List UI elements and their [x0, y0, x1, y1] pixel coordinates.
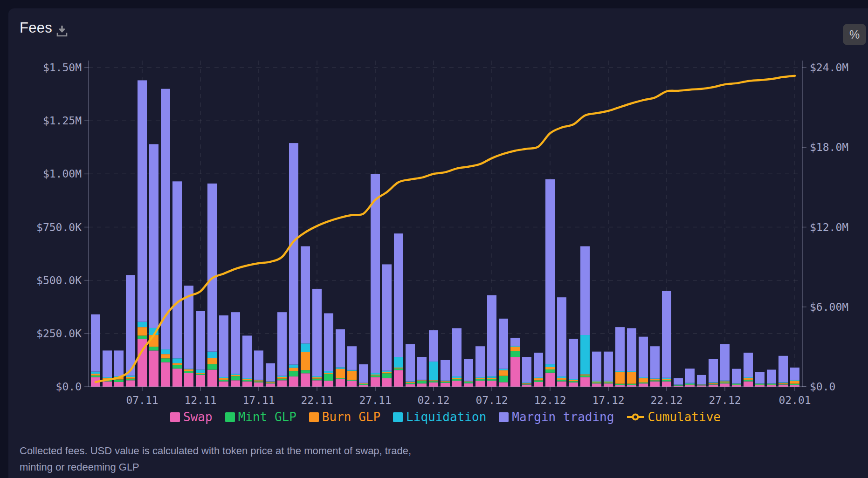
fees-chart-canvas[interactable]: $1.50M$1.25M$1.00M$750.0K$500.0K$250.0K$…: [0, 0, 868, 478]
bar-segment-burn-glp: [347, 371, 357, 380]
bar-segment-burn-glp: [196, 373, 205, 374]
bar-segment-margin-trading: [231, 312, 240, 374]
legend-item-liquidation[interactable]: Liquidation: [393, 410, 486, 424]
y-axis-label-left: $1.25M: [43, 115, 82, 127]
bar-segment-burn-glp: [720, 382, 730, 382]
legend-swatch-swap: [170, 412, 180, 422]
bar-segment-burn-glp: [91, 374, 100, 376]
bar-segment-burn-glp: [580, 375, 590, 376]
bar-segment-burn-glp: [744, 378, 753, 380]
y-axis-label-right: $18.0M: [810, 141, 848, 153]
bar-stack: [592, 352, 601, 387]
bar-segment-burn-glp: [487, 378, 496, 379]
bar-stack: [406, 344, 415, 387]
bar-segment-margin-trading: [464, 359, 473, 381]
bar-segment-mint-glp: [254, 382, 263, 382]
bar-stack: [289, 143, 298, 387]
bar-segment-liquidation: [126, 376, 135, 377]
bar-segment-mint-glp: [697, 385, 706, 385]
bar-segment-swap: [592, 383, 601, 387]
bar-segment-margin-trading: [639, 337, 648, 377]
bar-stack: [347, 346, 357, 387]
bar-stack: [720, 344, 730, 387]
bar-segment-mint-glp: [790, 384, 799, 385]
bar-segment-burn-glp: [394, 368, 403, 369]
bar-stack: [475, 346, 485, 387]
bar-segment-swap: [417, 383, 427, 387]
bar-segment-burn-glp: [569, 380, 578, 381]
x-axis-label: 27.11: [359, 394, 391, 406]
bar-segment-liquidation: [394, 357, 403, 368]
bar-stack: [138, 80, 147, 387]
bar-segment-mint-glp: [441, 382, 450, 382]
bar-segment-liquidation: [417, 380, 427, 380]
bar-segment-burn-glp: [499, 370, 508, 376]
bar-stack: [755, 372, 765, 387]
bar-stack: [790, 368, 799, 387]
bar-stack: [464, 359, 473, 387]
bar-segment-liquidation: [289, 365, 298, 368]
bar-segment-margin-trading: [347, 346, 357, 370]
bar-segment-burn-glp: [545, 367, 555, 369]
bar-segment-burn-glp: [277, 377, 287, 379]
bar-segment-liquidation: [709, 382, 718, 382]
bar-stack: [545, 179, 555, 387]
bar-segment-swap: [172, 369, 182, 387]
bar-segment-swap: [312, 380, 322, 387]
bar-segment-swap: [207, 369, 217, 387]
bar-segment-burn-glp: [452, 378, 462, 379]
bar-stack: [627, 328, 636, 387]
bar-segment-burn-glp: [615, 372, 625, 383]
bar-segment-burn-glp: [161, 354, 170, 358]
bar-segment-liquidation: [732, 383, 741, 384]
bar-segment-liquidation: [103, 377, 112, 378]
bar-segment-margin-trading: [266, 363, 275, 382]
bar-segment-swap: [219, 382, 228, 387]
bar-stack: [219, 315, 228, 387]
bar-segment-margin-trading: [114, 350, 124, 376]
legend-item-cumulative[interactable]: Cumulative: [627, 410, 721, 424]
bar-segment-liquidation: [277, 376, 287, 377]
bar-segment-margin-trading: [219, 315, 228, 377]
bar-segment-burn-glp: [627, 372, 636, 383]
bar-segment-liquidation: [720, 381, 730, 382]
bar-stack: [778, 356, 788, 387]
bar-segment-swap: [324, 381, 333, 387]
bar-segment-mint-glp: [242, 380, 252, 382]
bar-segment-burn-glp: [382, 372, 392, 373]
bar-segment-swap: [604, 383, 613, 387]
legend-item-margin-trading[interactable]: Margin trading: [499, 410, 614, 424]
bar-segment-margin-trading: [91, 314, 100, 372]
bar-segment-swap: [336, 379, 345, 387]
bar-segment-mint-glp: [219, 380, 228, 382]
bar-segment-burn-glp: [441, 381, 450, 382]
legend-item-burn-glp[interactable]: Burn GLP: [309, 410, 380, 424]
bar-segment-swap: [347, 381, 357, 387]
bar-segment-burn-glp: [732, 384, 741, 384]
bar-segment-liquidation: [790, 380, 799, 381]
bar-segment-margin-trading: [312, 289, 322, 376]
bar-stack: [744, 353, 753, 387]
bar-segment-liquidation: [627, 371, 636, 372]
bar-segment-margin-trading: [382, 264, 392, 370]
legend-swatch-burn-glp: [309, 412, 319, 422]
bar-segment-liquidation: [312, 376, 322, 377]
bar-segment-swap: [103, 382, 112, 387]
bar-stack: [557, 297, 566, 387]
bar-segment-swap: [545, 373, 555, 387]
bar-segment-burn-glp: [172, 363, 182, 365]
bar-segment-liquidation: [685, 383, 695, 384]
y-axis-label-left: $1.00M: [43, 168, 82, 180]
bar-segment-margin-trading: [650, 346, 660, 378]
y-axis-label-right: $12.0M: [810, 221, 848, 233]
bar-stack: [336, 329, 345, 387]
legend-item-swap[interactable]: Swap: [170, 410, 213, 424]
bar-segment-burn-glp: [674, 385, 683, 385]
x-axis-label: 27.12: [709, 394, 741, 406]
legend-swatch-margin-trading: [499, 412, 509, 422]
bar-segment-mint-glp: [522, 384, 531, 385]
bar-segment-liquidation: [534, 377, 543, 378]
bar-segment-swap: [441, 383, 450, 387]
legend-item-mint-glp[interactable]: Mint GLP: [225, 410, 296, 424]
chart-description: Collected fees. USD value is calculated …: [20, 443, 532, 475]
